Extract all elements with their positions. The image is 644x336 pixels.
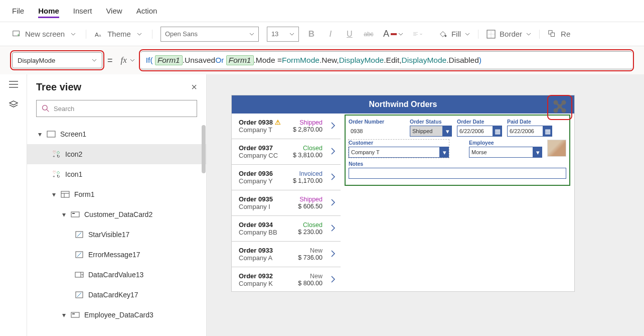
border-button[interactable]: Border (500, 30, 522, 38)
order-item[interactable]: Order 0936Company Y Invoiced$ 1,170.00 (232, 165, 341, 190)
underline-icon[interactable]: U (345, 30, 354, 39)
svg-rect-18 (61, 191, 69, 197)
order-number-label: Order Number (349, 119, 405, 125)
chevron-down-icon[interactable] (69, 30, 78, 39)
layers-icon[interactable] (8, 98, 20, 110)
border-icon (487, 30, 496, 39)
chevron-right-icon (331, 173, 336, 182)
svg-point-8 (43, 105, 48, 110)
order-item[interactable]: Order 0935Company I Shipped$ 606.50 (232, 190, 341, 216)
svg-rect-9 (47, 131, 55, 137)
menu-action[interactable]: Action (136, 4, 157, 18)
chevron-down-icon: ▾ (440, 147, 449, 158)
tree-node-icon1[interactable]: ♡◇+↻ Icon1 (27, 164, 206, 184)
svg-rect-26 (72, 313, 75, 314)
datacard-icon (70, 211, 80, 217)
form1-outline[interactable]: Order Number 0938 Order Status Shipped ▾ (346, 116, 569, 185)
chevron-right-icon (331, 198, 336, 208)
ribbon-group-border: Border (487, 30, 540, 39)
tree-node-customer-card[interactable]: ▾ Customer_DataCard2 (27, 204, 206, 225)
chevron-right-icon (331, 147, 336, 157)
svg-point-4 (445, 35, 447, 37)
ribbon-group-screens: + New screen (12, 30, 86, 39)
customer-label: Customer (349, 140, 449, 146)
tree-node-screen1[interactable]: ▾ Screen1 (27, 124, 206, 144)
menu-insert[interactable]: Insert (73, 4, 92, 18)
search-placeholder: Search (54, 105, 74, 113)
menu-view[interactable]: View (106, 4, 122, 18)
menu-file[interactable]: File (12, 4, 24, 18)
fx-button[interactable]: fx (118, 55, 138, 65)
datacard-icon (70, 312, 80, 318)
tree-node-errormsg[interactable]: ErrorMessage17 (27, 245, 206, 265)
ribbon-group-theme: Aa Theme (94, 30, 152, 39)
order-item[interactable]: Order 0938 ⚠Company T Shipped$ 2,870.00 (232, 114, 341, 139)
new-screen-icon: + (12, 30, 21, 39)
order-status-dropdown[interactable]: Shipped ▾ (410, 126, 452, 137)
tree-node-datacardvalue[interactable]: DataCardValue13 (27, 265, 206, 285)
paid-date-label: Paid Date (507, 119, 552, 125)
employee-dropdown[interactable]: Morse ▾ (469, 147, 542, 158)
close-icon[interactable]: × (191, 81, 197, 93)
customer-dropdown[interactable]: Company T ▾ (349, 147, 449, 158)
new-screen-button[interactable]: New screen (25, 30, 65, 38)
font-color-button[interactable]: A (383, 29, 403, 39)
font-select[interactable]: Open Sans (160, 27, 259, 42)
arrange-icon[interactable] (548, 30, 557, 39)
tree-node-starvisible[interactable]: StarVisible17 (27, 225, 206, 245)
form-icon (60, 191, 70, 198)
bold-icon[interactable]: B (307, 30, 316, 39)
icon-control-icon: ♡◇+↻ (51, 170, 61, 179)
tree-node-icon2[interactable]: ♡◇+↻ Icon2 (27, 144, 206, 164)
fill-button[interactable]: Fill (451, 30, 461, 38)
align-icon[interactable] (413, 30, 422, 39)
property-select[interactable]: DisplayMode (12, 52, 102, 68)
main-area: Tree view × Search ▾ Screen1 ♡◇+↻ Icon2 … (0, 74, 644, 336)
left-rail (0, 74, 27, 336)
formula-input[interactable]: If( Form1 .Unsaved Or Form1 .Mode = Form… (141, 51, 632, 69)
ribbon-group-fill: Fill (438, 30, 478, 39)
cancel-icon-selected[interactable] (549, 97, 570, 118)
search-input[interactable]: Search (36, 100, 197, 117)
menu-bar: File Home Insert View Action (0, 0, 644, 22)
chevron-right-icon (331, 250, 336, 259)
tree-view-panel: Tree view × Search ▾ Screen1 ♡◇+↻ Icon2 … (27, 74, 207, 336)
hamburger-icon[interactable] (8, 78, 20, 90)
order-item[interactable]: Order 0937Company CC Closed$ 3,810.00 (232, 139, 341, 165)
employee-label: Employee (469, 140, 542, 146)
orders-gallery[interactable]: Order 0938 ⚠Company T Shipped$ 2,870.00 … (232, 114, 341, 291)
order-item[interactable]: Order 0933Company A New$ 736.00 (232, 242, 341, 267)
arrange-label: Re (561, 30, 570, 38)
order-status-label: Order Status (410, 119, 452, 125)
svg-rect-7 (551, 33, 554, 36)
chevron-right-icon (331, 122, 336, 131)
calendar-icon: ▦ (493, 126, 502, 137)
notes-input[interactable] (349, 168, 566, 179)
app-title: Northwind Orders (369, 100, 437, 109)
theme-button[interactable]: Theme (107, 30, 131, 38)
chevron-down-icon[interactable] (135, 30, 144, 39)
strikethrough-icon[interactable]: abc (364, 30, 373, 39)
chevron-right-icon (331, 224, 336, 234)
canvas-area: Northwind Orders Order 0938 ⚠Company T S… (207, 74, 644, 336)
order-item[interactable]: Order 0934Company BB Closed$ 230.00 (232, 216, 341, 242)
property-select-value: DisplayMode (18, 57, 55, 64)
tree-node-form1[interactable]: ▾ Form1 (27, 184, 206, 204)
employee-avatar (547, 140, 566, 157)
tree-node-datacardkey[interactable]: DataCardKey17 (27, 285, 206, 305)
tree-node-employee-card[interactable]: ▾ Employee_DataCard3 (27, 305, 206, 325)
scrollbar-thumb[interactable] (202, 125, 206, 173)
svg-text:a: a (99, 33, 101, 37)
fontsize-select[interactable]: 13 (267, 27, 299, 42)
order-item[interactable]: Order 0932Company K New$ 800.00 (232, 267, 341, 291)
order-date-picker[interactable]: 6/22/2006 ▦ (457, 126, 502, 137)
menu-home[interactable]: Home (38, 4, 59, 18)
formula-bar: DisplayMode = fx If( Form1 .Unsaved Or F… (0, 46, 644, 74)
svg-text:A: A (95, 31, 99, 37)
search-icon (42, 104, 50, 113)
paid-date-picker[interactable]: 6/22/2006 ▦ (507, 126, 552, 137)
fill-icon (438, 30, 447, 39)
italic-icon[interactable]: I (326, 30, 335, 39)
calendar-icon: ▦ (543, 126, 552, 137)
form-area: Order Number 0938 Order Status Shipped ▾ (341, 114, 574, 291)
